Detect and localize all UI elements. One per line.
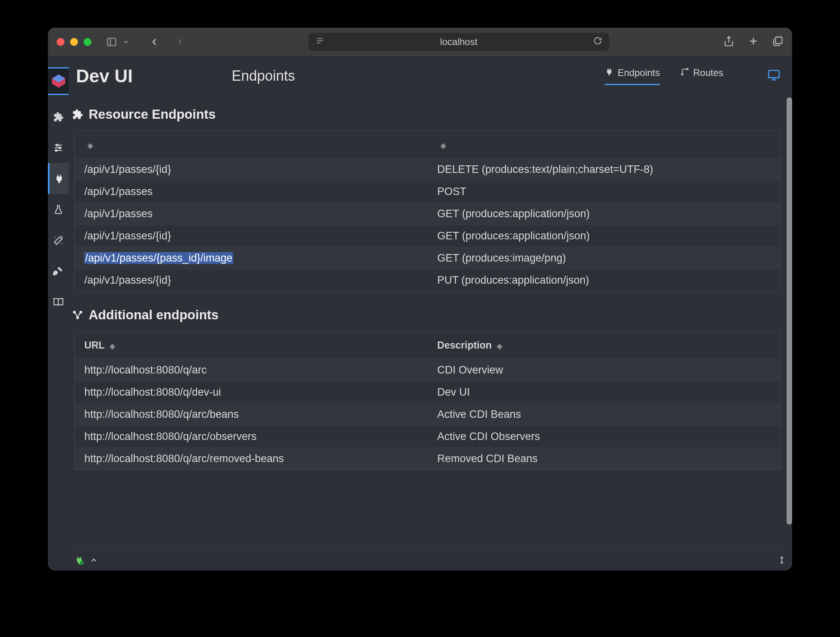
- tab-routes[interactable]: Routes: [680, 67, 723, 85]
- section-resource-title: Resource Endpoints: [72, 107, 789, 122]
- table-row[interactable]: /api/v1/passes/{id}DELETE (produces:text…: [75, 159, 781, 181]
- svg-point-14: [59, 147, 61, 149]
- cell-url: http://localhost:8080/q/arc/beans: [75, 404, 428, 426]
- minimize-button[interactable]: [70, 38, 78, 46]
- browser-window: localhost: [48, 28, 792, 571]
- table-row[interactable]: /api/v1/passes/{id}GET (produces:applica…: [75, 225, 781, 247]
- cell-method: GET (produces:application/json): [428, 203, 781, 225]
- cell-description: CDI Overview: [428, 359, 781, 381]
- titlebar: localhost: [48, 28, 792, 56]
- reader-icon[interactable]: [315, 36, 324, 47]
- cell-method: DELETE (produces:text/plain;charset=UTF-…: [428, 159, 781, 181]
- share-icon[interactable]: [723, 36, 734, 48]
- refresh-button[interactable]: [593, 36, 602, 47]
- maximize-button[interactable]: [84, 38, 91, 46]
- cell-url: http://localhost:8080/q/arc/removed-bean…: [75, 448, 428, 470]
- close-button[interactable]: [57, 38, 65, 46]
- window-controls: [57, 38, 91, 46]
- svg-point-18: [687, 68, 688, 70]
- new-tab-icon[interactable]: [748, 36, 759, 48]
- app-body: Dev UI Endpoints Endpoints Routes: [48, 56, 792, 571]
- sidebar-item-docs[interactable]: [48, 286, 69, 317]
- table-row[interactable]: /api/v1/passes/{id}PUT (produces:applica…: [75, 269, 781, 292]
- plug-icon: [605, 67, 614, 78]
- sidebar-item-magic[interactable]: [48, 225, 69, 256]
- cell-method: PUT (produces:application/json): [428, 269, 781, 292]
- svg-rect-8: [775, 37, 782, 44]
- column-header-path[interactable]: ◆: [75, 131, 428, 159]
- tab-endpoints[interactable]: Endpoints: [605, 67, 660, 85]
- sidebar: [48, 56, 69, 571]
- svg-point-24: [76, 317, 79, 319]
- sidebar-toggle-group: [105, 36, 133, 48]
- address-text: localhost: [440, 36, 478, 47]
- cell-url: http://localhost:8080/q/arc: [75, 359, 428, 381]
- cell-path: /api/v1/passes/{id}: [75, 269, 428, 292]
- cell-description: Dev UI: [428, 381, 781, 404]
- section-additional-title: Additional endpoints: [72, 307, 789, 322]
- tab-label: Endpoints: [618, 67, 660, 78]
- svg-point-16: [55, 150, 57, 152]
- sort-icon: ◆: [108, 342, 115, 350]
- column-header-url[interactable]: URL ◆: [75, 332, 428, 359]
- svg-rect-19: [769, 70, 779, 78]
- table-row[interactable]: /api/v1/passesGET (produces:application/…: [75, 203, 781, 225]
- svg-point-12: [56, 144, 58, 146]
- resource-endpoints-table: ◆ ◆ /api/v1/passes/{id}DELETE (produces:…: [74, 131, 781, 292]
- main-content: Dev UI Endpoints Endpoints Routes: [69, 56, 792, 571]
- chevron-up-icon[interactable]: [89, 556, 98, 566]
- table-header-row: URL ◆ Description ◆: [75, 332, 781, 359]
- table-row[interactable]: http://localhost:8080/q/arcCDI Overview: [75, 359, 781, 381]
- nav-arrows: [148, 36, 186, 48]
- sort-icon: ◆: [87, 142, 93, 150]
- sidebar-item-tests[interactable]: [48, 194, 69, 225]
- cell-url: http://localhost:8080/q/dev-ui: [75, 381, 428, 404]
- cell-path: /api/v1/passes: [75, 203, 428, 225]
- table-row[interactable]: http://localhost:8080/q/dev-uiDev UI: [75, 381, 781, 404]
- forward-button[interactable]: [173, 36, 186, 48]
- address-bar[interactable]: localhost: [308, 33, 609, 51]
- additional-endpoints-table: URL ◆ Description ◆ http://localhost:808…: [74, 331, 781, 470]
- sidebar-item-config[interactable]: [48, 132, 69, 163]
- status-plug-icon[interactable]: [74, 555, 84, 567]
- vertical-scrollbar[interactable]: [787, 97, 792, 525]
- sidebar-item-build[interactable]: [48, 256, 69, 286]
- cell-method: GET (produces:image/png): [428, 247, 781, 269]
- scroll-area: Resource Endpoints ◆ ◆ /api/v1/passes/{i…: [69, 96, 792, 551]
- cell-path: /api/v1/passes/{id}: [75, 159, 428, 181]
- tab-label: Routes: [693, 67, 723, 78]
- table-row[interactable]: http://localhost:8080/q/arc/removed-bean…: [75, 448, 781, 470]
- page-title: Endpoints: [232, 68, 295, 84]
- column-header-description[interactable]: Description ◆: [428, 332, 781, 359]
- cell-method: POST: [428, 181, 781, 203]
- cell-url: http://localhost:8080/q/arc/observers: [75, 426, 428, 448]
- sidebar-item-endpoints[interactable]: [48, 163, 69, 194]
- cell-description: Removed CDI Beans: [428, 448, 781, 470]
- sidebar-toggle-icon[interactable]: [105, 36, 118, 48]
- back-button[interactable]: [148, 36, 161, 48]
- chevron-down-icon[interactable]: [119, 36, 133, 48]
- sidebar-item-extensions[interactable]: [48, 101, 69, 132]
- table-row[interactable]: /api/v1/passes/{pass_id}/imageGET (produ…: [75, 247, 781, 269]
- resize-handle-icon[interactable]: [777, 555, 787, 567]
- cell-method: GET (produces:application/json): [428, 225, 781, 247]
- column-header-method[interactable]: ◆: [428, 131, 781, 159]
- table-header-row: ◆ ◆: [75, 131, 781, 159]
- table-row[interactable]: /api/v1/passesPOST: [75, 181, 781, 203]
- toolbar-right: [723, 36, 783, 48]
- cell-path: /api/v1/passes/{id}: [75, 225, 428, 247]
- sort-icon: ◆: [441, 142, 446, 150]
- svg-point-17: [682, 73, 683, 75]
- monitor-icon[interactable]: [768, 69, 780, 83]
- table-row[interactable]: http://localhost:8080/q/arc/observersAct…: [75, 426, 781, 448]
- footer-bar: [69, 551, 792, 571]
- cell-description: Active CDI Observers: [428, 426, 781, 448]
- cell-path: /api/v1/passes: [75, 181, 428, 203]
- app-header: Dev UI Endpoints Endpoints Routes: [69, 56, 792, 96]
- table-row[interactable]: http://localhost:8080/q/arc/beansActive …: [75, 404, 781, 426]
- app-title: Dev UI: [76, 65, 133, 87]
- header-tabs: Endpoints Routes: [605, 67, 780, 85]
- sort-icon: ◆: [495, 342, 502, 350]
- tabs-overview-icon[interactable]: [772, 36, 783, 48]
- route-icon: [680, 67, 689, 78]
